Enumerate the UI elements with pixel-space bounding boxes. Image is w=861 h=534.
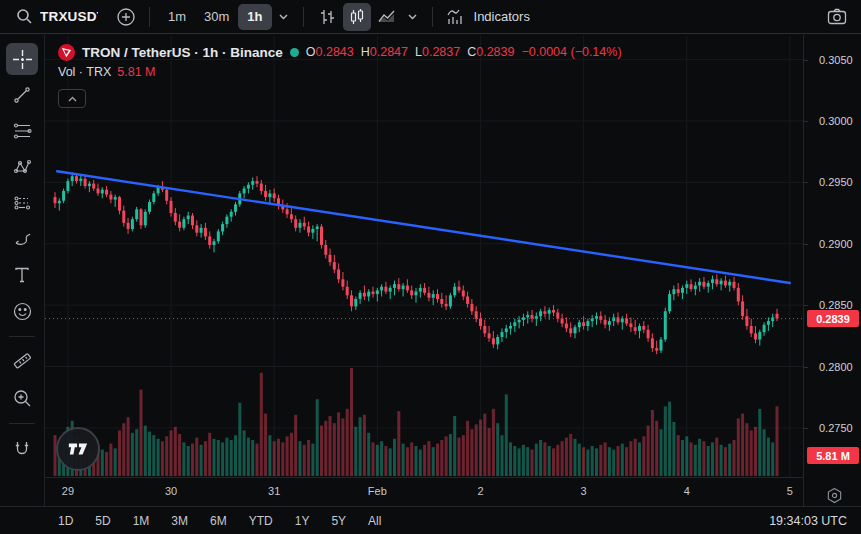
compare-add-symbol-icon[interactable] bbox=[112, 3, 140, 31]
symbol-search-icon[interactable] bbox=[10, 3, 38, 31]
legend-collapse-button[interactable] bbox=[58, 89, 86, 108]
interval-button-1m[interactable]: 1m bbox=[159, 4, 195, 30]
symbol-name[interactable]: TRXUSDT bbox=[40, 9, 98, 24]
indicators-label[interactable]: Indicators bbox=[474, 9, 530, 24]
volume-bar bbox=[363, 415, 366, 476]
candle-body bbox=[204, 228, 207, 237]
volume-bar bbox=[745, 423, 748, 476]
candle-body bbox=[496, 337, 499, 344]
ohlc-key: C bbox=[467, 45, 476, 59]
candle-body bbox=[711, 279, 714, 283]
ruler-tool[interactable] bbox=[6, 346, 38, 378]
price-axis-label: 0.3050 bbox=[819, 54, 853, 66]
volume-bar bbox=[372, 442, 375, 476]
volume-bar bbox=[294, 415, 297, 476]
brush-tool[interactable] bbox=[6, 223, 38, 255]
text-tool[interactable] bbox=[6, 259, 38, 291]
volume-bar bbox=[715, 438, 718, 476]
volume-bar bbox=[311, 444, 314, 476]
candle-body bbox=[54, 197, 57, 203]
volume-bar bbox=[436, 444, 439, 476]
bars-style-icon[interactable] bbox=[313, 3, 341, 31]
indicators-icon[interactable] bbox=[442, 3, 470, 31]
candle-body bbox=[565, 324, 568, 329]
volume-bar bbox=[535, 444, 538, 476]
fib-retracement-tool[interactable] bbox=[6, 115, 38, 147]
volume-bar bbox=[213, 439, 216, 476]
candle-body bbox=[299, 223, 302, 228]
magnet-tool[interactable] bbox=[6, 433, 38, 465]
forecast-tool[interactable] bbox=[6, 187, 38, 219]
volume-bar bbox=[118, 430, 121, 476]
candle-body bbox=[518, 320, 521, 323]
candle-body bbox=[488, 333, 491, 338]
volume-bar bbox=[290, 433, 293, 476]
style-chevron-down-icon[interactable] bbox=[403, 3, 423, 31]
candle-body bbox=[144, 212, 147, 226]
volume-bar bbox=[470, 429, 473, 476]
date-range-buttons: 1D5D1M3M6MYTD1Y5YAll bbox=[50, 511, 389, 531]
range-button-3m[interactable]: 3M bbox=[163, 511, 196, 531]
chart-canvas[interactable]: TRON / TetherUS · 1h · Binance O0.2843H0… bbox=[0, 35, 861, 477]
candle-body bbox=[745, 316, 748, 326]
candle-body bbox=[509, 326, 512, 329]
range-button-5y[interactable]: 5Y bbox=[323, 511, 354, 531]
market-status-dot[interactable] bbox=[290, 48, 299, 57]
interval-button-1h[interactable]: 1h bbox=[238, 4, 271, 30]
interval-chevron-down-icon[interactable] bbox=[274, 3, 294, 31]
ohlc-key: O bbox=[306, 45, 316, 59]
candle-body bbox=[625, 319, 628, 324]
candle-body bbox=[234, 204, 237, 211]
range-button-1y[interactable]: 1Y bbox=[287, 511, 318, 531]
candle-body bbox=[505, 328, 508, 332]
candle-body bbox=[707, 283, 710, 287]
time-axis-label: 5 bbox=[773, 485, 807, 497]
range-button-6m[interactable]: 6M bbox=[202, 511, 235, 531]
crosshair-tool[interactable] bbox=[6, 43, 38, 75]
interval-button-30m[interactable]: 30m bbox=[195, 4, 238, 30]
volume-bar bbox=[690, 442, 693, 476]
volume-label[interactable]: Vol · TRX bbox=[58, 65, 111, 81]
volume-bar bbox=[187, 446, 190, 476]
volume-bar bbox=[217, 440, 220, 476]
volume-bar bbox=[200, 445, 203, 476]
volume-bar bbox=[286, 436, 289, 476]
price-axis-tick bbox=[804, 244, 808, 245]
candle-body bbox=[66, 181, 69, 191]
clock-utc[interactable]: 19:34:03 UTC bbox=[769, 514, 847, 528]
screenshot-camera-icon[interactable] bbox=[823, 3, 851, 31]
volume-bar bbox=[737, 418, 740, 476]
trend-line-tool[interactable] bbox=[6, 79, 38, 111]
axis-settings-gear-icon[interactable] bbox=[826, 487, 843, 504]
range-button-5d[interactable]: 5D bbox=[87, 511, 118, 531]
candle-body bbox=[526, 315, 529, 318]
volume-bar bbox=[234, 435, 237, 476]
volume-bar bbox=[647, 426, 650, 476]
range-button-all[interactable]: All bbox=[360, 511, 389, 531]
area-style-icon[interactable] bbox=[373, 3, 401, 31]
candles-style-icon[interactable] bbox=[343, 3, 371, 31]
volume-bar bbox=[152, 435, 155, 476]
candle-body bbox=[230, 212, 233, 217]
candle-body bbox=[599, 316, 602, 320]
symbol-title[interactable]: TRON / TetherUS · 1h · Binance bbox=[82, 45, 283, 60]
candle-body bbox=[419, 288, 422, 292]
candle-body bbox=[58, 201, 61, 204]
zoom-in-tool[interactable] bbox=[6, 382, 38, 414]
emoji-tool[interactable] bbox=[6, 295, 38, 327]
candle-body bbox=[655, 348, 658, 351]
xabcd-pattern-tool[interactable] bbox=[6, 151, 38, 183]
candle-body bbox=[475, 311, 478, 318]
range-button-1m[interactable]: 1M bbox=[125, 511, 158, 531]
volume-bar bbox=[135, 429, 138, 476]
candle-body bbox=[273, 193, 276, 198]
time-axis[interactable]: 293031Feb2345 bbox=[0, 477, 803, 506]
price-axis[interactable]: 0.30500.30000.29500.29000.28500.28000.27… bbox=[803, 35, 861, 506]
volume-bar bbox=[251, 440, 254, 476]
volume-bar bbox=[320, 426, 323, 476]
volume-bar bbox=[694, 445, 697, 476]
volume-bar bbox=[453, 416, 456, 476]
volume-bar bbox=[114, 448, 117, 476]
range-button-1d[interactable]: 1D bbox=[50, 511, 81, 531]
range-button-ytd[interactable]: YTD bbox=[241, 511, 281, 531]
